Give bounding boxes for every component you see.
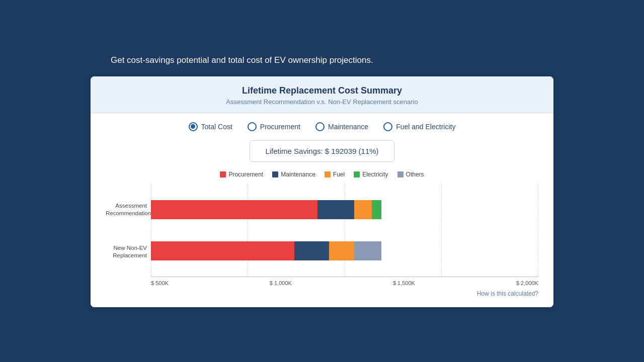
- legend-label-maintenance: Maintenance: [281, 171, 315, 178]
- bar-assessment-fuel: [354, 200, 372, 219]
- legend-color-fuel: [325, 171, 331, 177]
- bar-non-ev-procurement: [151, 241, 294, 260]
- legend-label-fuel: Fuel: [333, 171, 345, 178]
- grid-line-1: [248, 184, 248, 277]
- bar-non-ev-others: [354, 241, 381, 260]
- bars-container: [151, 184, 538, 277]
- legend-electricity: Electricity: [354, 171, 388, 178]
- grid-line-2: [345, 184, 345, 277]
- chart-wrapper: AssessmentRecommendation New Non-EVRepla…: [106, 184, 538, 297]
- legend-maintenance: Maintenance: [272, 171, 315, 178]
- grid-line-0: [151, 184, 151, 277]
- legend-color-others: [397, 171, 404, 177]
- legend-color-electricity: [354, 171, 360, 177]
- radio-label-total-cost: Total Cost: [201, 123, 232, 131]
- legend-fuel: Fuel: [325, 171, 345, 178]
- x-axis: $ 500K $ 1,000K $ 1,500K $ 2,000K: [151, 277, 538, 286]
- card-header: Lifetime Replacement Cost Summary Assess…: [91, 76, 553, 113]
- x-label-1500k: $ 1,500K: [393, 280, 415, 286]
- legend-procurement: Procurement: [220, 171, 263, 178]
- radio-circle-fuel-electricity: [383, 122, 392, 131]
- legend-color-procurement: [220, 171, 226, 177]
- y-axis: AssessmentRecommendation New Non-EVRepla…: [106, 184, 151, 286]
- legend-others: Others: [397, 171, 424, 178]
- radio-group: Total Cost Procurement Maintenance Fuel …: [106, 122, 538, 131]
- radio-label-fuel-electricity: Fuel and Electricity: [396, 123, 455, 131]
- legend-label-procurement: Procurement: [228, 171, 263, 178]
- x-label-500k: $ 500K: [151, 280, 169, 286]
- radio-label-maintenance: Maintenance: [328, 123, 368, 131]
- card-body: Total Cost Procurement Maintenance Fuel …: [91, 113, 553, 307]
- y-label-assessment: AssessmentRecommendation: [106, 202, 147, 217]
- bar-assessment-maintenance: [317, 200, 354, 219]
- card-subtitle-text: Assessment Recommendation v.s. Non-EV Re…: [101, 98, 543, 106]
- page-subtitle: Get cost-savings potential and total cos…: [111, 55, 373, 65]
- page-wrapper: Get cost-savings potential and total cos…: [0, 0, 644, 362]
- y-label-non-ev: New Non-EVReplacement: [106, 244, 147, 259]
- bar-assessment-procurement: [151, 200, 317, 219]
- chart-main: $ 500K $ 1,000K $ 1,500K $ 2,000K: [151, 184, 538, 286]
- radio-fuel-electricity[interactable]: Fuel and Electricity: [383, 122, 455, 131]
- card-title: Lifetime Replacement Cost Summary: [101, 85, 543, 96]
- grid-line-3: [441, 184, 442, 277]
- savings-text: Lifetime Savings: $ 192039 (11%): [265, 147, 378, 155]
- radio-maintenance[interactable]: Maintenance: [315, 122, 368, 131]
- bar-non-ev-fuel: [329, 241, 354, 260]
- bar-non-ev: [151, 241, 538, 260]
- chart-area: AssessmentRecommendation New Non-EVRepla…: [106, 184, 538, 286]
- radio-label-procurement: Procurement: [260, 123, 300, 131]
- radio-total-cost[interactable]: Total Cost: [189, 122, 232, 131]
- grid-line-4: [538, 184, 538, 277]
- bar-assessment-electricity: [372, 200, 381, 219]
- legend-label-electricity: Electricity: [362, 171, 388, 178]
- grid-lines: [151, 184, 538, 277]
- main-card: Lifetime Replacement Cost Summary Assess…: [91, 76, 553, 307]
- bar-assessment: [151, 200, 538, 219]
- radio-circle-procurement: [248, 122, 257, 131]
- x-label-1000k: $ 1,000K: [270, 280, 292, 286]
- x-label-2000k: $ 2,000K: [516, 280, 538, 286]
- legend-label-others: Others: [406, 171, 424, 178]
- radio-circle-maintenance: [315, 122, 325, 131]
- bar-non-ev-maintenance: [294, 241, 329, 260]
- how-calculated-link[interactable]: How is this calculated?: [106, 290, 538, 297]
- savings-box: Lifetime Savings: $ 192039 (11%): [250, 140, 394, 162]
- legend-color-maintenance: [272, 171, 278, 177]
- chart-legend: Procurement Maintenance Fuel Electricity…: [106, 171, 538, 178]
- radio-procurement[interactable]: Procurement: [248, 122, 300, 131]
- radio-circle-total-cost: [189, 122, 198, 131]
